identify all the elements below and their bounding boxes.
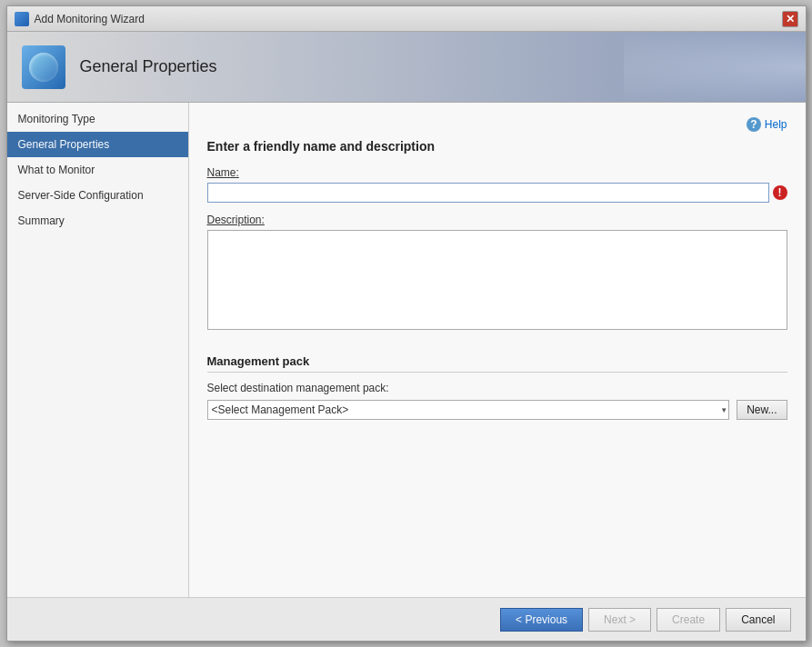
mgmt-pack-sublabel: Select destination management pack: — [207, 382, 787, 394]
help-link[interactable]: ? Help — [747, 117, 787, 132]
title-bar: Add Monitoring Wizard ✕ — [7, 6, 806, 32]
create-button[interactable]: Create — [657, 608, 720, 632]
sidebar: Monitoring Type General Properties What … — [7, 103, 189, 597]
mgmt-pack-row: <Select Management Pack> ▼ New... — [207, 400, 787, 420]
wizard-window: Add Monitoring Wizard ✕ General Properti… — [6, 5, 807, 642]
sidebar-item-general-properties[interactable]: General Properties — [7, 132, 188, 157]
content-area: ? Help Enter a friendly name and descrip… — [189, 103, 806, 597]
sidebar-item-what-to-monitor[interactable]: What to Monitor — [7, 157, 188, 183]
mgmt-pack-section: Management pack Select destination manag… — [207, 354, 787, 420]
sidebar-item-summary[interactable]: Summary — [7, 208, 188, 234]
help-icon: ? — [747, 117, 761, 132]
mgmt-pack-select[interactable]: <Select Management Pack> — [207, 400, 730, 420]
mgmt-pack-select-wrapper: <Select Management Pack> ▼ — [207, 400, 730, 420]
name-error-icon: ! — [773, 185, 787, 200]
close-button[interactable]: ✕ — [782, 11, 798, 27]
cancel-button[interactable]: Cancel — [726, 608, 790, 632]
section-title: Enter a friendly name and description — [207, 139, 787, 154]
footer: < Previous Next > Create Cancel — [7, 597, 806, 641]
description-textarea[interactable] — [207, 230, 787, 330]
new-button[interactable]: New... — [737, 400, 787, 420]
mgmt-pack-title: Management pack — [207, 354, 787, 373]
header-icon — [22, 45, 65, 89]
name-input[interactable] — [207, 183, 769, 203]
previous-button[interactable]: < Previous — [500, 608, 583, 632]
next-button[interactable]: Next > — [588, 608, 651, 632]
main-content: Monitoring Type General Properties What … — [7, 103, 806, 597]
description-label: Description: — [207, 214, 787, 226]
window-title: Add Monitoring Wizard — [35, 13, 145, 25]
help-label: Help — [765, 118, 787, 131]
header-banner: General Properties — [7, 32, 806, 103]
window-icon — [15, 12, 29, 26]
header-title: General Properties — [80, 57, 217, 76]
description-wrapper — [207, 230, 787, 333]
header-icon-inner — [29, 53, 58, 82]
sidebar-item-monitoring-type[interactable]: Monitoring Type — [7, 106, 188, 132]
name-label: Name: — [207, 166, 787, 179]
name-field-wrapper: ! — [207, 183, 787, 203]
sidebar-item-server-side-config[interactable]: Server-Side Configuration — [7, 183, 188, 208]
